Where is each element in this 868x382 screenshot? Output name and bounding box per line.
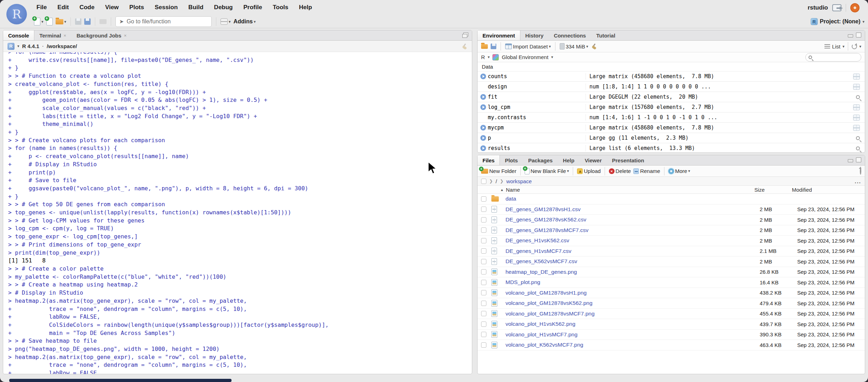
menu-file[interactable]: File	[32, 2, 51, 12]
environment-object-row[interactable]: log_cpmLarge matrix (157680 elements, 2.…	[478, 102, 865, 112]
files-tab-help[interactable]: Help	[558, 155, 580, 165]
chevron-down-icon[interactable]: ▾	[64, 19, 67, 24]
file-name-link[interactable]: volcano_plot_H1vsK562.png	[506, 321, 760, 327]
more-button[interactable]: More▾	[668, 168, 690, 174]
file-checkbox[interactable]	[481, 259, 486, 264]
view-table-icon[interactable]	[853, 125, 860, 131]
minimize-pane-icon[interactable]	[848, 34, 853, 37]
menu-profile[interactable]: Profile	[239, 2, 267, 12]
environment-tab-history[interactable]: History	[520, 30, 549, 40]
file-checkbox[interactable]	[481, 269, 486, 274]
save-workspace-icon[interactable]	[491, 44, 496, 49]
view-table-icon[interactable]	[853, 84, 860, 90]
environment-object-row[interactable]: countsLarge matrix (458680 elements, 7.8…	[478, 71, 865, 82]
chevron-down-icon[interactable]: ▾	[229, 19, 231, 24]
breadcrumb-folder[interactable]: workspace	[506, 178, 532, 184]
new-project-button[interactable]: +	[46, 18, 53, 25]
minimize-pane-icon[interactable]	[848, 159, 853, 162]
menu-plots[interactable]: Plots	[125, 2, 149, 12]
expand-arrow-icon[interactable]	[480, 104, 486, 110]
sort-arrow-icon[interactable]: ▲	[500, 188, 504, 192]
console-tab-terminal[interactable]: Terminal×	[34, 30, 72, 40]
file-checkbox[interactable]	[481, 280, 486, 285]
load-workspace-icon[interactable]	[481, 44, 488, 49]
file-checkbox[interactable]	[481, 342, 486, 348]
expand-arrow-icon[interactable]	[480, 74, 486, 79]
refresh-icon[interactable]	[860, 167, 861, 175]
files-tab-packages[interactable]: Packages	[523, 155, 558, 165]
new-folder-button[interactable]: New Folder	[481, 168, 516, 174]
menu-debug[interactable]: Debug	[210, 2, 238, 12]
table-row[interactable]: DE_genes_GM12878vsMCF7.csv2 MBSep 23, 20…	[478, 225, 865, 236]
table-row[interactable]: volcano_plot_GM12878vsK562.png479.4 KBSe…	[478, 298, 865, 309]
table-row[interactable]: volcano_plot_GM12878vsH1.png438.2 KBSep …	[478, 288, 865, 299]
file-name-link[interactable]: data	[506, 196, 760, 202]
delete-button[interactable]: ×Delete	[609, 168, 631, 174]
table-row[interactable]: heatmap_top_DE_genes.png26.8 KBSep 23, 2…	[478, 267, 865, 278]
view-table-icon[interactable]	[853, 115, 860, 121]
environment-object-row[interactable]: resultsLarge list (6 elements, 13.3 MB)	[478, 143, 865, 153]
select-all-checkbox[interactable]	[481, 179, 486, 184]
file-name-link[interactable]: DE_genes_GM12878vsK562.csv	[506, 216, 760, 223]
chevron-down-icon[interactable]: ▾	[859, 44, 861, 49]
file-checkbox[interactable]	[481, 196, 486, 202]
refresh-icon[interactable]	[852, 44, 857, 49]
file-name-link[interactable]: DE_genes_GM12878vsMCF7.csv	[506, 227, 760, 233]
clear-objects-icon[interactable]	[591, 43, 597, 50]
file-checkbox[interactable]	[481, 322, 486, 327]
console-tab-console[interactable]: Console	[3, 30, 34, 40]
new-file-button[interactable]: +▾	[34, 18, 44, 25]
file-checkbox[interactable]	[481, 227, 486, 233]
file-checkbox[interactable]	[481, 301, 486, 306]
column-header-name[interactable]: Name	[506, 187, 520, 193]
environment-selector[interactable]: Global Environment	[502, 54, 548, 60]
expand-arrow-icon[interactable]	[480, 135, 486, 141]
open-file-button[interactable]: ▾	[56, 19, 67, 24]
menu-tools[interactable]: Tools	[268, 2, 293, 12]
chevron-down-icon[interactable]: ▾	[843, 44, 845, 49]
view-table-icon[interactable]	[853, 74, 860, 80]
file-name-link[interactable]: heatmap_top_DE_genes.png	[506, 269, 760, 275]
rename-button[interactable]: Rename	[633, 168, 660, 174]
list-view-label[interactable]: List	[832, 44, 840, 50]
clear-console-icon[interactable]	[461, 43, 468, 50]
files-tab-viewer[interactable]: Viewer	[580, 155, 607, 165]
chevron-down-icon[interactable]: ▾	[862, 19, 864, 24]
inspect-object-icon[interactable]	[856, 136, 860, 140]
files-tab-presentation[interactable]: Presentation	[607, 155, 650, 165]
menu-help[interactable]: Help	[294, 2, 316, 12]
menu-edit[interactable]: Edit	[53, 2, 73, 12]
addins-button[interactable]: Addins▾	[234, 18, 256, 25]
goto-file-input[interactable]	[127, 18, 208, 25]
menu-code[interactable]: Code	[75, 2, 99, 12]
file-checkbox[interactable]	[481, 332, 486, 337]
file-checkbox[interactable]	[481, 207, 486, 212]
table-row[interactable]: data	[478, 194, 865, 204]
table-row[interactable]: volcano_plot_K562vsMCF7.png463.4 KBSep 2…	[478, 340, 865, 351]
goto-file-search[interactable]: ➤	[115, 16, 212, 27]
table-row[interactable]: DE_genes_K562vsMCF7.csv2 MBSep 23, 2024,…	[478, 256, 865, 267]
maximize-pane-icon[interactable]	[856, 157, 861, 162]
expand-arrow-icon[interactable]	[480, 94, 486, 100]
file-name-link[interactable]: DE_genes_GM12878vsH1.csv	[506, 206, 760, 213]
table-row[interactable]: volcano_plot_H1vsK562.png439.7 KBSep 23,…	[478, 319, 865, 330]
environment-object-row[interactable]: mycpmLarge matrix (458680 elements, 7.8 …	[478, 123, 865, 133]
files-tab-plots[interactable]: Plots	[500, 155, 523, 165]
save-all-button[interactable]	[84, 18, 91, 25]
table-row[interactable]: DE_genes_H1vsK562.csv2 MBSep 23, 2024, 1…	[478, 236, 865, 246]
new-blank-file-button[interactable]: New Blank File▾	[525, 168, 569, 174]
environment-object-row[interactable]: fitLarge DGEGLM (22 elements, 20 MB)	[478, 92, 865, 102]
language-selector[interactable]: R	[481, 54, 485, 60]
environment-search[interactable]	[805, 53, 861, 62]
chevron-down-icon[interactable]: ▾	[17, 44, 19, 48]
inspect-object-icon[interactable]	[856, 146, 860, 150]
environment-tab-connections[interactable]: Connections	[549, 30, 591, 40]
upload-button[interactable]: Upload	[577, 168, 601, 174]
close-icon[interactable]: ×	[124, 33, 127, 38]
file-checkbox[interactable]	[481, 217, 486, 222]
environment-object-row[interactable]: pLarge gg (11 elements, 2.3 MB)	[478, 133, 865, 143]
table-row[interactable]: volcano_plot_GM12878vsMCF7.png455.4 KBSe…	[478, 309, 865, 319]
file-name-link[interactable]: volcano_plot_GM12878vsK562.png	[506, 300, 760, 306]
files-tab-files[interactable]: Files	[477, 155, 500, 165]
table-row[interactable]: DE_genes_H1vsMCF7.csv2.1 MBSep 23, 2024,…	[478, 246, 865, 257]
